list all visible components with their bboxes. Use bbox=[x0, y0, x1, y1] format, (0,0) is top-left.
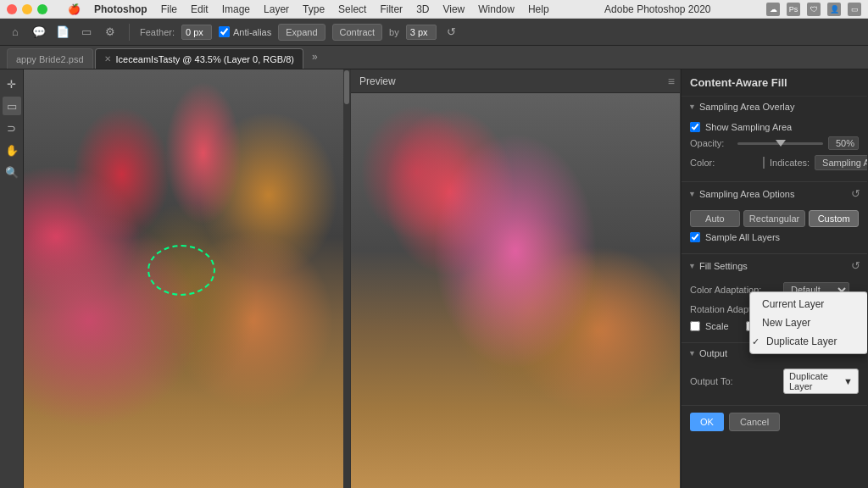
tool-lasso[interactable]: ⊃ bbox=[3, 119, 21, 137]
auto-button[interactable]: Auto bbox=[690, 210, 740, 227]
output-option-current[interactable]: Current Layer bbox=[750, 295, 867, 313]
opacity-track bbox=[737, 142, 823, 145]
tool-rectangle-select[interactable]: ▭ bbox=[3, 97, 21, 115]
tab-icecream[interactable]: ✕ IceceamIsTasty @ 43.5% (Layer 0, RGB/8… bbox=[95, 48, 303, 69]
window-title: Adobe Photoshop 2020 bbox=[563, 3, 753, 15]
output-option-new[interactable]: New Layer bbox=[750, 313, 867, 332]
contract-value-input[interactable] bbox=[406, 25, 437, 40]
opacity-label: Opacity: bbox=[690, 138, 732, 148]
sample-all-layers-checkbox[interactable] bbox=[690, 232, 700, 242]
menubar: 🍎 Photoshop File Edit Image Layer Type S… bbox=[0, 0, 868, 19]
menu-window[interactable]: Window bbox=[478, 3, 515, 15]
feather-input[interactable] bbox=[181, 25, 212, 40]
person-icon: 👤 bbox=[827, 3, 841, 16]
anti-alias-checkbox[interactable]: Anti-alias bbox=[219, 26, 271, 37]
color-row: Color: Indicates: Sampling Area Exclusio… bbox=[690, 155, 859, 170]
expand-button[interactable]: Expand bbox=[278, 24, 325, 41]
section-title-options: Sampling Area Options bbox=[699, 189, 795, 199]
section-arrow-fill: ▼ bbox=[688, 262, 696, 270]
right-panel: Content-Aware Fill ▼ Sampling Area Overl… bbox=[681, 69, 867, 488]
close-button[interactable] bbox=[7, 4, 17, 14]
reset-fill-icon[interactable]: ↺ bbox=[851, 259, 860, 272]
panel-title: Content-Aware Fill bbox=[682, 69, 867, 97]
menu-layer[interactable]: Layer bbox=[264, 3, 289, 15]
tool-hand[interactable]: ✋ bbox=[3, 141, 21, 159]
preview-menu-icon[interactable]: ≡ bbox=[668, 75, 675, 88]
tool-move[interactable]: ✛ bbox=[3, 75, 21, 93]
apple-menu[interactable]: 🍎 bbox=[68, 3, 81, 15]
tabs-more-arrow[interactable]: » bbox=[305, 45, 325, 69]
output-dropdown-menu[interactable]: Current Layer New Layer Duplicate Layer bbox=[749, 291, 867, 354]
rectangular-button[interactable]: Rectangular bbox=[743, 210, 805, 227]
dropdown-arrow-icon: ▼ bbox=[843, 376, 853, 386]
menu-3d[interactable]: 3D bbox=[416, 3, 429, 15]
menubar-icons: ☁ Ps 🛡 👤 ▭ bbox=[766, 3, 861, 16]
menu-image[interactable]: Image bbox=[222, 3, 250, 15]
section-title-fill: Fill Settings bbox=[699, 261, 748, 271]
app-name[interactable]: Photoshop bbox=[94, 3, 147, 15]
frame-icon: ▭ bbox=[78, 24, 95, 41]
maximize-button[interactable] bbox=[37, 4, 47, 14]
menu-filter[interactable]: Filter bbox=[380, 3, 403, 15]
tool-zoom[interactable]: 🔍 bbox=[3, 163, 21, 181]
section-sampling-options-header[interactable]: ▼ Sampling Area Options ↺ bbox=[682, 182, 867, 205]
tab-bride-label: appy Bride2.psd bbox=[16, 54, 84, 64]
minimize-button[interactable] bbox=[22, 4, 32, 14]
section-arrow-overlay: ▼ bbox=[688, 103, 696, 111]
menu-view[interactable]: View bbox=[442, 3, 465, 15]
opacity-row: Opacity: 50% bbox=[690, 136, 859, 150]
menu-file[interactable]: File bbox=[161, 3, 177, 15]
tab-close-icon[interactable]: ✕ bbox=[104, 54, 111, 64]
contract-button[interactable]: Contract bbox=[332, 24, 383, 41]
main-layout: ✛ ▭ ⊃ ✋ 🔍 Preview ≡ Content-Aware Fill ▼ bbox=[0, 69, 868, 488]
anti-alias-check[interactable] bbox=[219, 26, 230, 37]
scrollbar-thumb[interactable] bbox=[344, 70, 349, 104]
preview-title: Preview bbox=[359, 75, 396, 87]
opacity-thumb[interactable] bbox=[776, 140, 786, 147]
canvas-container bbox=[24, 69, 350, 488]
indicates-dropdown[interactable]: Sampling Area Exclusion Area bbox=[815, 155, 867, 170]
color-swatch[interactable] bbox=[763, 157, 765, 169]
menu-edit[interactable]: Edit bbox=[191, 3, 209, 15]
section-arrow-output: ▼ bbox=[688, 349, 696, 358]
canvas-area[interactable] bbox=[24, 69, 350, 488]
sampling-buttons: Auto Rectangular Custom bbox=[690, 210, 859, 227]
show-sampling-checkbox[interactable] bbox=[690, 122, 700, 132]
section-sampling-options: ▼ Sampling Area Options ↺ Auto Rectangul… bbox=[682, 182, 867, 254]
doc-tabs: appy Bride2.psd ✕ IceceamIsTasty @ 43.5%… bbox=[0, 46, 868, 69]
output-current-value: Duplicate Layer bbox=[789, 371, 840, 391]
section-fill-header[interactable]: ▼ Fill Settings ↺ bbox=[682, 254, 867, 277]
show-sampling-label: Show Sampling Area bbox=[705, 122, 792, 132]
tab-bride[interactable]: appy Bride2.psd bbox=[7, 48, 93, 69]
preview-image bbox=[351, 93, 680, 488]
menu-type[interactable]: Type bbox=[303, 3, 325, 15]
feather-label: Feather: bbox=[140, 27, 175, 37]
reset-sampling-icon[interactable]: ↺ bbox=[851, 187, 860, 200]
tab-icecream-label: IceceamIsTasty @ 43.5% (Layer 0, RGB/8) bbox=[116, 54, 294, 64]
section-sampling-overlay-header[interactable]: ▼ Sampling Area Overlay bbox=[682, 97, 867, 117]
menu-select[interactable]: Select bbox=[338, 3, 366, 15]
settings-icon[interactable]: ⚙ bbox=[102, 24, 119, 41]
opacity-value[interactable]: 50% bbox=[828, 136, 859, 150]
home-icon[interactable]: ⌂ bbox=[7, 24, 24, 41]
output-dropdown-trigger[interactable]: Duplicate Layer ▼ bbox=[783, 369, 859, 394]
scale-checkbox[interactable] bbox=[690, 321, 700, 331]
scale-row: Scale bbox=[690, 321, 729, 331]
screen-icon: ▭ bbox=[848, 3, 861, 16]
indicates-label: Indicates: bbox=[770, 158, 810, 168]
speech-icon[interactable]: 💬 bbox=[31, 24, 47, 41]
ok-button[interactable]: OK bbox=[690, 413, 724, 431]
section-title-overlay: Sampling Area Overlay bbox=[699, 102, 795, 112]
section-options-content: Auto Rectangular Custom Sample All Layer… bbox=[682, 205, 867, 253]
sample-all-layers-label: Sample All Layers bbox=[705, 232, 780, 242]
menu-help[interactable]: Help bbox=[528, 3, 549, 15]
anti-alias-label: Anti-alias bbox=[233, 27, 271, 37]
output-option-duplicate[interactable]: Duplicate Layer bbox=[750, 332, 867, 351]
cancel-button[interactable]: Cancel bbox=[729, 413, 780, 431]
reset-icon[interactable]: ↺ bbox=[443, 24, 460, 41]
custom-button[interactable]: Custom bbox=[809, 210, 859, 227]
color-label: Color: bbox=[690, 158, 758, 168]
section-output-content: Output To: Duplicate Layer ▼ Current Lay… bbox=[682, 363, 867, 405]
opacity-slider[interactable] bbox=[737, 137, 823, 149]
vertical-scrollbar[interactable] bbox=[343, 69, 350, 488]
